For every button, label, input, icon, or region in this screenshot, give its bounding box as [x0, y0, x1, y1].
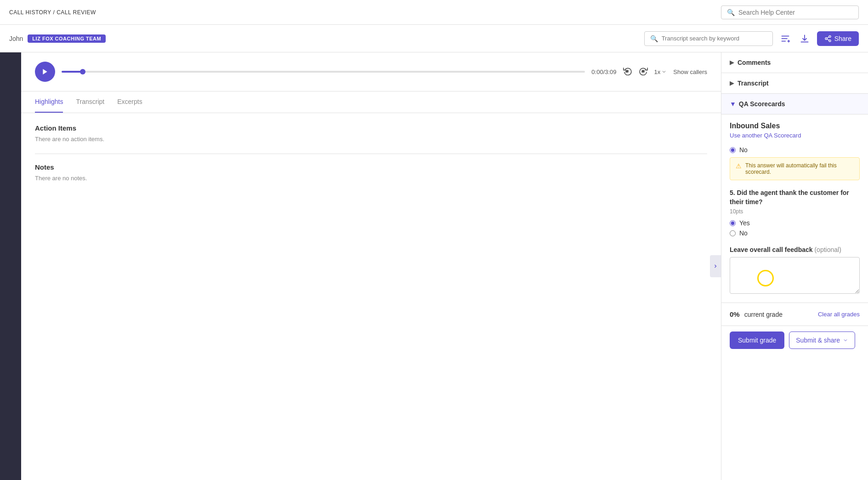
yes-label: Yes: [739, 219, 750, 227]
transcript-search-input[interactable]: [662, 35, 767, 42]
yes-radio[interactable]: [730, 220, 736, 226]
svg-text:15: 15: [641, 70, 644, 73]
feedback-area-wrapper: [730, 257, 860, 295]
forward-button[interactable]: 15: [639, 66, 648, 78]
tab-transcript[interactable]: Transcript: [76, 91, 104, 113]
highlights-content: Action Items There are no action items. …: [21, 113, 721, 204]
submit-share-button[interactable]: Submit & share: [789, 331, 855, 349]
inbound-sales-title: Inbound Sales: [730, 122, 860, 130]
svg-line-8: [827, 39, 829, 40]
submit-grade-button[interactable]: Submit grade: [730, 331, 784, 349]
share-button[interactable]: Share: [817, 31, 859, 46]
no-radio[interactable]: [730, 147, 736, 153]
warning-icon: ⚠: [736, 162, 742, 175]
question5-text: 5. Did the agent thank the customer for …: [730, 189, 860, 206]
comments-header[interactable]: ▶ Comments: [721, 52, 868, 73]
use-another-qa-link[interactable]: Use another QA Scorecard: [730, 132, 860, 139]
section-divider: [35, 154, 707, 154]
comments-arrow-icon: ▶: [730, 59, 734, 66]
speed-value: 1x: [654, 69, 661, 75]
svg-point-6: [825, 38, 827, 40]
rewind-button[interactable]: 15: [623, 66, 632, 78]
progress-thumb: [80, 69, 85, 74]
tabs-bar: Highlights Transcript Excerpts: [21, 91, 721, 113]
transcript-arrow-icon: ▶: [730, 80, 734, 86]
notes-title: Notes: [35, 163, 707, 171]
qa-arrow-icon: ▼: [730, 100, 736, 108]
notes-empty: There are no notes.: [35, 175, 707, 182]
qa-scorecards-section: ▼ QA Scorecards Inbound Sales Use anothe…: [721, 94, 868, 354]
question5-radio-group: Yes No: [730, 219, 860, 237]
feedback-label-text: Leave overall call feedback: [730, 246, 813, 253]
svg-marker-10: [43, 69, 47, 74]
qa-scorecards-header[interactable]: ▼ QA Scorecards: [721, 94, 868, 114]
transcript-label: Transcript: [738, 80, 769, 87]
comments-label: Comments: [738, 59, 771, 66]
center-content: 0:00/3:09 15 15 1x: [21, 52, 721, 480]
transcript-section: ▶ Transcript: [721, 73, 868, 94]
audio-player: 0:00/3:09 15 15 1x: [21, 52, 721, 91]
play-button[interactable]: [35, 62, 55, 82]
feedback-textarea[interactable]: [730, 257, 860, 294]
add-filter-button[interactable]: [778, 32, 792, 46]
action-items-empty: There are no action items.: [35, 136, 707, 143]
grade-section: 0% current grade Clear all grades: [721, 303, 868, 326]
time-display: 0:00/3:09: [591, 69, 616, 75]
share-label: Share: [834, 35, 851, 42]
grade-percent: 0%: [730, 310, 740, 318]
grade-info: 0% current grade: [730, 310, 783, 318]
right-sidebar: ▶ Comments ▶ Transcript ▼ QA Scorecards …: [721, 52, 868, 480]
tab-highlights[interactable]: Highlights: [35, 91, 63, 113]
feedback-label: Leave overall call feedback (optional): [730, 246, 860, 253]
header-left: John LIZ FOX COACHING TEAM: [9, 34, 106, 43]
breadcrumb-separator: /: [53, 9, 55, 16]
help-center-search-input[interactable]: [738, 9, 853, 16]
qa-scorecards-label: QA Scorecards: [739, 100, 785, 108]
search-icon: 🔍: [727, 9, 735, 16]
download-button[interactable]: [798, 32, 811, 46]
help-center-search[interactable]: 🔍: [721, 6, 859, 19]
q5-no-radio[interactable]: [730, 230, 736, 236]
show-callers-button[interactable]: Show callers: [673, 69, 707, 75]
transcript-search[interactable]: 🔍: [644, 31, 773, 46]
transcript-header[interactable]: ▶ Transcript: [721, 73, 868, 93]
breadcrumb-call-history[interactable]: CALL HISTORY: [9, 9, 51, 16]
svg-text:15: 15: [625, 70, 628, 73]
main-layout: 0:00/3:09 15 15 1x: [0, 52, 868, 480]
user-name: John: [9, 35, 23, 42]
clear-grades-button[interactable]: Clear all grades: [818, 311, 860, 318]
speed-control[interactable]: 1x: [654, 69, 667, 75]
breadcrumb: CALL HISTORY / CALL REVIEW: [9, 9, 96, 16]
comments-section: ▶ Comments: [721, 52, 868, 73]
question5-section: 5. Did the agent thank the customer for …: [730, 189, 860, 237]
feedback-optional-text: (optional): [814, 246, 841, 253]
top-nav: CALL HISTORY / CALL REVIEW 🔍: [0, 0, 868, 25]
yes-option[interactable]: Yes: [730, 219, 860, 227]
warning-text: This answer will automatically fail this…: [745, 162, 854, 175]
left-sidebar: [0, 52, 21, 480]
svg-point-7: [829, 40, 831, 41]
progress-container[interactable]: [62, 71, 585, 73]
q5-no-option[interactable]: No: [730, 229, 860, 237]
q5-no-label: No: [739, 229, 748, 237]
collapse-sidebar-button[interactable]: [710, 255, 721, 277]
submit-section: Submit grade Submit & share: [721, 326, 868, 354]
progress-bar[interactable]: [62, 71, 585, 73]
action-items-title: Action Items: [35, 124, 707, 132]
breadcrumb-call-review: CALL REVIEW: [57, 9, 96, 16]
svg-line-9: [827, 37, 829, 38]
grade-label: current grade: [744, 311, 783, 318]
team-badge[interactable]: LIZ FOX COACHING TEAM: [28, 34, 106, 43]
tab-excerpts[interactable]: Excerpts: [117, 91, 142, 113]
question5-points: 10pts: [730, 208, 860, 215]
header-row: John LIZ FOX COACHING TEAM 🔍: [0, 25, 868, 52]
no-label: No: [739, 146, 748, 154]
qa-body: Inbound Sales Use another QA Scorecard N…: [721, 114, 868, 303]
submit-share-label: Submit & share: [796, 337, 840, 344]
svg-point-5: [829, 35, 831, 37]
transcript-search-icon: 🔍: [650, 35, 658, 42]
no-option[interactable]: No: [730, 146, 860, 154]
header-right: 🔍 Share: [644, 31, 859, 46]
player-controls: 0:00/3:09 15 15 1x: [35, 62, 707, 82]
warning-box: ⚠ This answer will automatically fail th…: [730, 157, 860, 180]
